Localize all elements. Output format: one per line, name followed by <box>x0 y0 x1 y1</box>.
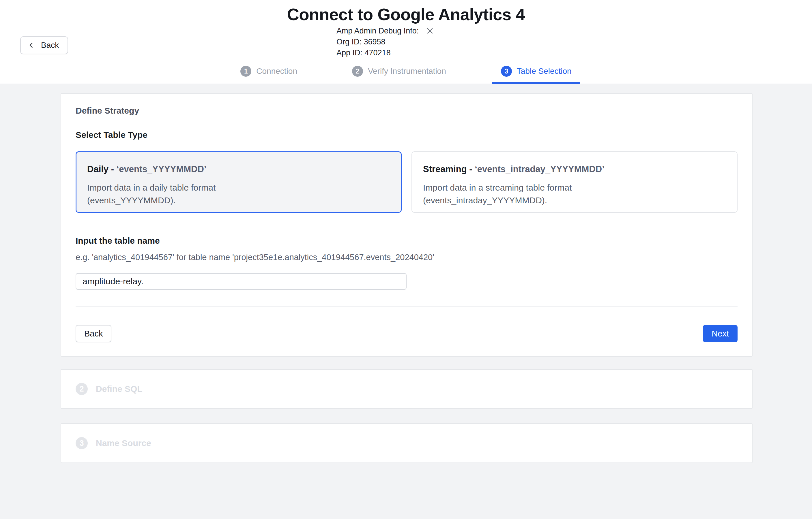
step-table-selection-label: Table Selection <box>517 67 572 76</box>
step-connection-number: 1 <box>240 66 251 77</box>
name-source-label: Name Source <box>96 438 151 448</box>
header: Connect to Google Analytics 4 Back Amp A… <box>0 0 812 84</box>
close-icon[interactable] <box>426 27 434 35</box>
step-connection-label: Connection <box>256 67 297 76</box>
debug-info-title: Amp Admin Debug Info: <box>337 25 419 36</box>
define-sql-section: 2 Define SQL <box>61 369 753 409</box>
step-active-underline <box>492 82 580 84</box>
table-type-options: Daily - ‘events_YYYYMMDD’ Import data in… <box>76 151 737 213</box>
step-table-selection-number: 3 <box>501 66 512 77</box>
step-verify-label: Verify Instrumentation <box>368 67 446 76</box>
header-back-label: Back <box>41 41 59 50</box>
main-content: Define Strategy Select Table Type Daily … <box>0 84 812 463</box>
define-sql-label: Define SQL <box>96 384 143 394</box>
table-name-input-label: Input the table name <box>76 236 737 246</box>
option-daily-title-code: ‘events_YYYYMMDD’ <box>117 164 207 174</box>
define-sql-step-number: 2 <box>76 383 88 395</box>
debug-app-id: App ID: 470218 <box>337 47 434 58</box>
option-streaming-title-code: ‘events_intraday_YYYYMMDD’ <box>475 164 605 174</box>
table-name-input[interactable] <box>76 273 407 290</box>
option-daily-title: Daily - ‘events_YYYYMMDD’ <box>87 164 390 175</box>
option-streaming-title: Streaming - ‘events_intraday_YYYYMMDD’ <box>423 164 726 175</box>
option-daily-description: Import data in a daily table format (eve… <box>87 181 390 207</box>
step-verify-instrumentation[interactable]: 2 Verify Instrumentation <box>343 66 455 84</box>
option-daily-title-prefix: Daily - <box>87 164 117 174</box>
define-strategy-card: Define Strategy Select Table Type Daily … <box>61 93 753 357</box>
option-streaming-title-prefix: Streaming - <box>423 164 475 174</box>
section-divider <box>76 306 737 307</box>
option-streaming-description-line1: Import data in a streaming table format <box>423 181 726 194</box>
name-source-section: 3 Name Source <box>61 423 753 463</box>
select-table-type-label: Select Table Type <box>76 130 737 140</box>
option-streaming-description: Import data in a streaming table format … <box>423 181 726 207</box>
step-verify-number: 2 <box>352 66 363 77</box>
chevron-left-icon <box>28 42 35 49</box>
define-strategy-title: Define Strategy <box>76 106 737 116</box>
table-name-input-hint: e.g. 'analytics_401944567' for table nam… <box>76 252 737 262</box>
stepper: 1 Connection 2 Verify Instrumentation 3 … <box>0 66 812 84</box>
page-title: Connect to Google Analytics 4 <box>0 0 812 24</box>
option-streaming-description-line2: (events_intraday_YYYYMMDD). <box>423 194 726 207</box>
debug-info-block: Amp Admin Debug Info: Org ID: 36958 App … <box>337 25 434 58</box>
step-table-selection[interactable]: 3 Table Selection <box>492 66 580 84</box>
step-connection[interactable]: 1 Connection <box>232 66 306 84</box>
option-daily-description-line2: (events_YYYYMMDD). <box>87 194 390 207</box>
option-daily-description-line1: Import data in a daily table format <box>87 181 390 194</box>
debug-org-id: Org ID: 36958 <box>337 36 434 47</box>
header-back-button[interactable]: Back <box>20 36 68 54</box>
option-streaming-table[interactable]: Streaming - ‘events_intraday_YYYYMMDD’ I… <box>411 151 737 213</box>
button-row: Back Next <box>76 325 737 342</box>
name-source-step-number: 3 <box>76 437 88 449</box>
next-button[interactable]: Next <box>703 325 737 342</box>
option-daily-table[interactable]: Daily - ‘events_YYYYMMDD’ Import data in… <box>76 151 402 213</box>
back-button[interactable]: Back <box>76 325 111 342</box>
